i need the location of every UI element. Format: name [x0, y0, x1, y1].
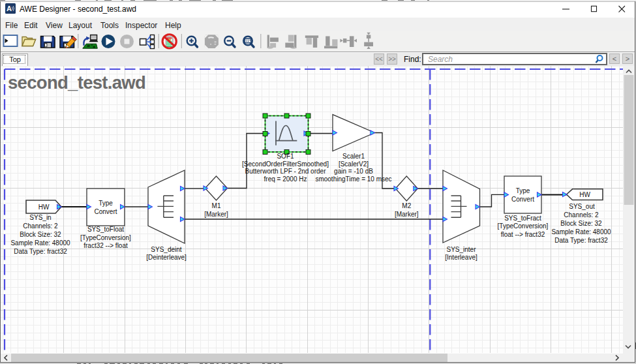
- svg-text:A: A: [7, 5, 12, 12]
- svg-text:SYS_inter: SYS_inter: [446, 246, 476, 253]
- svg-text:[ScalerV2]: [ScalerV2]: [339, 160, 369, 168]
- svg-text:[Marker]: [Marker]: [204, 211, 228, 218]
- svg-text:SYS_out: SYS_out: [569, 203, 595, 210]
- svg-text:Channels: 2: Channels: 2: [23, 222, 58, 230]
- svg-text:Data Type: fract32: Data Type: fract32: [14, 248, 67, 255]
- svg-text:[TypeConversion]: [TypeConversion]: [80, 234, 131, 241]
- svg-text:SYS_toFloat: SYS_toFloat: [87, 226, 124, 233]
- svg-text:Channels: 2: Channels: 2: [564, 211, 599, 219]
- svg-text:Scaler1: Scaler1: [342, 153, 365, 160]
- svg-text:[TypeConversion]: [TypeConversion]: [498, 222, 549, 230]
- svg-text:gain = -10 dB: gain = -10 dB: [334, 168, 373, 175]
- svg-text:HW: HW: [38, 204, 50, 211]
- svg-text:Convert: Convert: [94, 208, 117, 215]
- svg-text:Block Size: 32: Block Size: 32: [560, 220, 602, 227]
- svg-text:float --> fract32: float --> fract32: [501, 231, 545, 238]
- svg-text:Convert: Convert: [511, 196, 534, 203]
- svg-text:Block Size: 32: Block Size: 32: [20, 231, 61, 238]
- svg-text:SYS_in: SYS_in: [29, 214, 51, 221]
- svg-text:Data Type: fract32: Data Type: fract32: [554, 237, 608, 244]
- svg-text:[Marker]: [Marker]: [395, 211, 419, 218]
- svg-text:[SecondOrderFilterSmoothed]: [SecondOrderFilterSmoothed]: [242, 160, 329, 168]
- svg-text:freq = 2000 Hz: freq = 2000 Hz: [264, 175, 307, 183]
- svg-text:Type: Type: [516, 187, 530, 194]
- svg-text:fract32 --> float: fract32 --> float: [83, 242, 128, 249]
- svg-text:second_test.awd: second_test.awd: [8, 72, 145, 93]
- svg-text:smoothingTime = 10 msec: smoothingTime = 10 msec: [315, 175, 391, 183]
- svg-text:M2: M2: [402, 202, 411, 209]
- svg-text:Type: Type: [98, 200, 113, 207]
- svg-text:HW: HW: [579, 191, 590, 198]
- svg-text:SOF1: SOF1: [277, 153, 294, 160]
- svg-text:SYS_toFract: SYS_toFract: [504, 215, 541, 222]
- svg-text:Sample Rate: 48000: Sample Rate: 48000: [551, 228, 611, 235]
- svg-text:[Deinterleave]: [Deinterleave]: [146, 254, 187, 261]
- svg-text:[Interleave]: [Interleave]: [445, 254, 477, 261]
- svg-text:Butterworth LPF - 2nd order: Butterworth LPF - 2nd order: [245, 168, 327, 175]
- svg-text:M1: M1: [212, 202, 221, 209]
- svg-text:Sample Rate: 48000: Sample Rate: 48000: [10, 239, 70, 247]
- svg-text:SYS_deint: SYS_deint: [151, 246, 181, 253]
